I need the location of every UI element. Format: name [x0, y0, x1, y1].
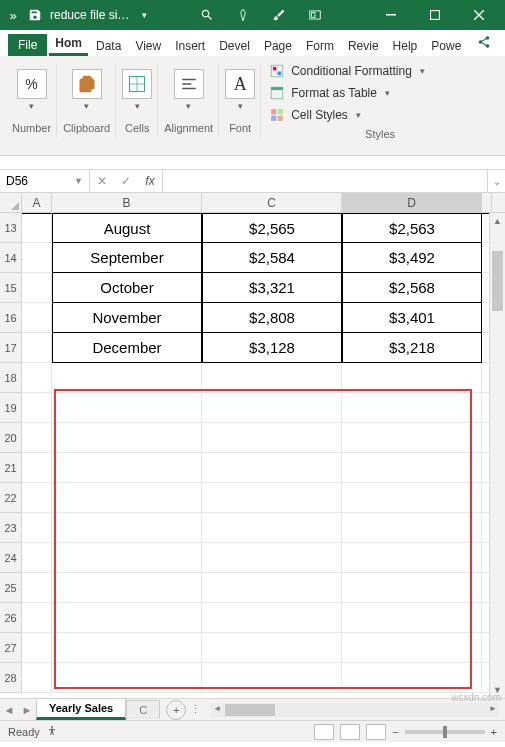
add-sheet-button[interactable]: + — [166, 700, 186, 720]
cell[interactable] — [22, 513, 52, 543]
cell[interactable] — [22, 633, 52, 663]
cell[interactable] — [52, 423, 202, 453]
row-header[interactable]: 27 — [0, 633, 22, 663]
cell[interactable] — [202, 513, 342, 543]
cell[interactable]: $2,584 — [202, 243, 342, 273]
cell[interactable] — [202, 453, 342, 483]
cell[interactable] — [22, 423, 52, 453]
col-header-A[interactable]: A — [22, 193, 52, 212]
row-header[interactable]: 19 — [0, 393, 22, 423]
diamond-icon[interactable] — [236, 8, 250, 22]
cell[interactable]: December — [52, 333, 202, 363]
tab-revie[interactable]: Revie — [342, 35, 385, 56]
horizontal-scroll-thumb[interactable] — [225, 704, 275, 716]
row-header[interactable]: 17 — [0, 333, 22, 363]
row-header[interactable]: 14 — [0, 243, 22, 273]
tab-home[interactable]: Hom — [49, 32, 88, 56]
sheet-tab-active[interactable]: Yearly Sales — [36, 698, 126, 720]
cell[interactable]: November — [52, 303, 202, 333]
scroll-up-icon[interactable]: ▲ — [490, 213, 505, 229]
cell[interactable] — [342, 483, 482, 513]
conditional-formatting-button[interactable]: Conditional Formatting▾ — [267, 62, 493, 80]
cell[interactable] — [342, 423, 482, 453]
ribbon-clipboard[interactable]: ▾ Clipboard — [57, 60, 116, 155]
tab-view[interactable]: View — [129, 35, 167, 56]
format-as-table-button[interactable]: Format as Table▾ — [267, 84, 493, 102]
sheet-nav-next[interactable]: ► — [18, 704, 36, 716]
cell[interactable] — [202, 423, 342, 453]
cell[interactable] — [52, 573, 202, 603]
namebox-dropdown-icon[interactable]: ▼ — [74, 176, 83, 186]
row-header[interactable]: 21 — [0, 453, 22, 483]
cell-styles-button[interactable]: Cell Styles▾ — [267, 106, 493, 124]
ribbon-alignment[interactable]: ▾ Alignment — [158, 60, 219, 155]
cell[interactable] — [342, 663, 482, 693]
window-icon[interactable] — [308, 8, 322, 22]
cell[interactable] — [22, 663, 52, 693]
view-pagebreak-button[interactable] — [366, 724, 386, 740]
more-icon[interactable]: » — [6, 8, 20, 22]
cell[interactable] — [342, 393, 482, 423]
cell[interactable] — [52, 363, 202, 393]
cell[interactable] — [202, 603, 342, 633]
cell[interactable] — [22, 213, 52, 243]
formula-input[interactable] — [163, 170, 487, 192]
cell[interactable]: October — [52, 273, 202, 303]
save-icon[interactable] — [28, 8, 42, 22]
cell[interactable] — [52, 633, 202, 663]
cell[interactable] — [52, 543, 202, 573]
dropdown-title-icon[interactable]: ▾ — [137, 8, 151, 22]
spreadsheet-grid[interactable]: A B C D 13August$2,565$2,56314September$… — [0, 193, 505, 698]
col-header-E[interactable] — [482, 193, 492, 212]
maximize-button[interactable] — [415, 0, 455, 30]
cell[interactable] — [202, 663, 342, 693]
tab-data[interactable]: Data — [90, 35, 127, 56]
cell[interactable] — [342, 633, 482, 663]
sheet-tab-next[interactable]: C — [126, 700, 160, 719]
vertical-scrollbar[interactable]: ▲ ▼ — [489, 213, 505, 698]
cell[interactable]: $2,808 — [202, 303, 342, 333]
name-box[interactable]: D56▼ — [0, 170, 90, 192]
cell[interactable]: $2,565 — [202, 213, 342, 243]
brush-icon[interactable] — [272, 8, 286, 22]
sheet-nav-prev[interactable]: ◄ — [0, 704, 18, 716]
cell[interactable]: $2,568 — [342, 273, 482, 303]
search-icon[interactable] — [200, 8, 214, 22]
fx-button[interactable]: fx — [138, 174, 162, 188]
cell[interactable] — [52, 483, 202, 513]
zoom-out-button[interactable]: − — [392, 726, 398, 738]
cell[interactable]: $3,401 — [342, 303, 482, 333]
tab-powe[interactable]: Powe — [425, 35, 467, 56]
minimize-button[interactable] — [371, 0, 411, 30]
cell[interactable] — [22, 303, 52, 333]
tab-insert[interactable]: Insert — [169, 35, 211, 56]
cell[interactable] — [22, 243, 52, 273]
row-header[interactable]: 20 — [0, 423, 22, 453]
view-normal-button[interactable] — [314, 724, 334, 740]
row-header[interactable]: 25 — [0, 573, 22, 603]
cell[interactable] — [22, 363, 52, 393]
cell[interactable]: $2,563 — [342, 213, 482, 243]
tab-devel[interactable]: Devel — [213, 35, 256, 56]
cell[interactable] — [52, 603, 202, 633]
cell[interactable] — [342, 363, 482, 393]
cell[interactable] — [22, 483, 52, 513]
accessibility-icon[interactable] — [46, 725, 58, 739]
cell[interactable] — [52, 453, 202, 483]
tab-file[interactable]: File — [8, 34, 47, 56]
cell[interactable] — [342, 603, 482, 633]
cell[interactable]: September — [52, 243, 202, 273]
tab-page[interactable]: Page — [258, 35, 298, 56]
cell[interactable] — [202, 483, 342, 513]
cell[interactable] — [22, 543, 52, 573]
cell[interactable] — [52, 513, 202, 543]
cell[interactable] — [342, 513, 482, 543]
row-header[interactable]: 28 — [0, 663, 22, 693]
row-header[interactable]: 22 — [0, 483, 22, 513]
col-header-B[interactable]: B — [52, 193, 202, 212]
zoom-in-button[interactable]: + — [491, 726, 497, 738]
cell[interactable]: $3,128 — [202, 333, 342, 363]
tab-help[interactable]: Help — [387, 35, 424, 56]
cell[interactable] — [22, 453, 52, 483]
view-layout-button[interactable] — [340, 724, 360, 740]
